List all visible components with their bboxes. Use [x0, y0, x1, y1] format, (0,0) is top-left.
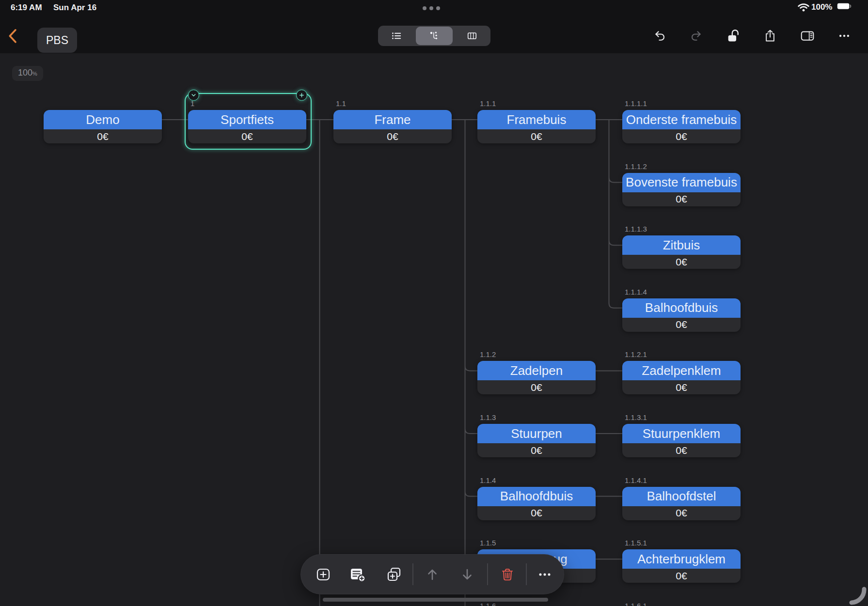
add-note-button[interactable] — [344, 554, 371, 594]
view-mode-segmented-control — [378, 26, 490, 46]
tree-node-stuurpenklem[interactable]: Stuurpenklem0€ — [622, 424, 741, 457]
zoom-level-badge[interactable]: 100% — [12, 66, 43, 81]
status-time: 6:19 AM — [11, 3, 42, 13]
undo-icon — [654, 29, 667, 43]
toolbar-divider — [487, 563, 488, 585]
node-value: 0€ — [622, 506, 741, 520]
tree-node-zadelpenklem[interactable]: Zadelpenklem0€ — [622, 361, 741, 394]
view-mode-columns-view[interactable] — [454, 26, 490, 46]
node-number-node-1161: 1.1.6.1 — [625, 602, 647, 606]
node-value: 0€ — [622, 380, 741, 394]
multitask-indicator[interactable] — [423, 6, 440, 10]
node-number-bovenste-framebuis: 1.1.1.2 — [625, 162, 647, 171]
arrow-down-icon — [459, 567, 475, 582]
node-value: 0€ — [44, 129, 162, 143]
redo-button — [685, 25, 706, 47]
battery-icon — [837, 3, 852, 10]
ellipsis-icon — [837, 29, 851, 43]
node-title: Onderste framebuis — [622, 110, 741, 129]
arrow-up-icon — [425, 567, 440, 582]
node-title: Framebuis — [477, 110, 596, 129]
tree-node-framebuis[interactable]: Framebuis0€ — [477, 110, 596, 143]
node-number-zadelpenklem: 1.1.2.1 — [625, 350, 647, 358]
tree-node-bovenste-framebuis[interactable]: Bovenste framebuis0€ — [622, 173, 741, 206]
node-value: 0€ — [622, 569, 741, 583]
plus-square-icon — [316, 567, 331, 582]
tree-node-zitbuis[interactable]: Zitbuis0€ — [622, 235, 741, 269]
corner-scroll-indicator — [843, 581, 868, 606]
node-number-framebuis: 1.1.1 — [480, 99, 496, 108]
node-value: 0€ — [333, 129, 452, 143]
tree-node-onderste-framebuis[interactable]: Onderste framebuis0€ — [622, 110, 741, 143]
tree-node-balhoofdbuis-a[interactable]: Balhoofdbuis0€ — [622, 298, 741, 332]
node-value: 0€ — [477, 443, 596, 457]
node-title: Demo — [44, 110, 162, 129]
node-title: Stuurpen — [477, 424, 596, 443]
tree-node-demo[interactable]: Demo0€ — [44, 110, 162, 143]
tree-node-zadelpen[interactable]: Zadelpen0€ — [477, 361, 596, 394]
add-node-button[interactable] — [310, 554, 337, 594]
node-number-balhoofdstel: 1.1.4.1 — [625, 476, 647, 484]
sidebar-button[interactable] — [797, 25, 818, 47]
wifi-icon — [798, 3, 809, 12]
tree-node-stuurpen[interactable]: Stuurpen0€ — [477, 424, 596, 457]
chevron-down-icon — [190, 92, 197, 99]
redo-icon — [689, 29, 702, 43]
view-mode-list-view[interactable] — [378, 26, 415, 46]
note-plus-icon — [349, 566, 366, 583]
node-title: Balhoofdbuis — [622, 298, 741, 318]
node-value: 0€ — [622, 129, 741, 143]
move-down-button — [454, 554, 481, 594]
zoom-unit: % — [32, 71, 37, 77]
tree-node-balhoofdstel[interactable]: Balhoofdstel0€ — [622, 487, 741, 520]
more-button[interactable] — [531, 554, 558, 594]
more-button[interactable] — [834, 25, 855, 47]
node-title: Zadelpenklem — [622, 361, 741, 380]
node-value: 0€ — [477, 380, 596, 394]
tree-icon — [428, 30, 440, 42]
node-value: 0€ — [477, 129, 596, 143]
share-icon — [763, 29, 777, 43]
view-mode-tree-view[interactable] — [416, 27, 453, 45]
toolbar-divider — [526, 563, 527, 585]
move-up-button — [419, 554, 446, 594]
node-value: 0€ — [622, 192, 741, 206]
node-number-stuurpen: 1.1.3 — [480, 413, 496, 421]
plus-icon — [298, 92, 305, 99]
status-date: Sun Apr 16 — [53, 3, 96, 13]
delete-button[interactable] — [494, 554, 521, 594]
horizontal-scrollbar[interactable] — [323, 598, 548, 602]
pbs-tree-canvas[interactable]: Demo0€1Sportfiets0€1.1Frame0€1.1.1Frameb… — [0, 0, 868, 606]
collapse-handle[interactable] — [188, 90, 199, 101]
sidebar-right-icon — [800, 29, 815, 43]
battery-percent: 100% — [811, 2, 832, 12]
node-number-zadelpen: 1.1.2 — [480, 350, 496, 358]
selection-outline — [185, 93, 312, 150]
back-button[interactable] — [6, 27, 23, 48]
node-number-onderste-framebuis: 1.1.1.1 — [625, 99, 647, 108]
tree-node-frame[interactable]: Frame0€ — [333, 110, 452, 143]
tree-node-balhoofdbuis-b[interactable]: Balhoofdbuis0€ — [477, 487, 596, 520]
node-title: Frame — [333, 110, 452, 129]
ellipsis-icon — [537, 567, 552, 582]
node-title: Zitbuis — [622, 235, 741, 255]
share-button[interactable] — [759, 25, 781, 47]
node-title: Zadelpen — [477, 361, 596, 380]
undo-button[interactable] — [650, 25, 671, 47]
node-number-achterbrugklem: 1.1.5.1 — [625, 539, 647, 547]
unlock-button[interactable] — [723, 25, 744, 47]
node-title: Achterbrugklem — [622, 549, 741, 569]
back-chevron-icon — [6, 27, 20, 45]
add-child-handle[interactable] — [296, 90, 307, 101]
node-title: Balhoofdstel — [622, 487, 741, 506]
document-title-button[interactable]: PBS — [37, 28, 77, 53]
wifi-icon — [798, 3, 809, 12]
node-title: Stuurpenklem — [622, 424, 741, 443]
lock-open-icon — [726, 29, 742, 43]
tree-node-achterbrugklem[interactable]: Achterbrugklem0€ — [622, 549, 741, 583]
battery-icon — [837, 3, 852, 10]
duplicate-button[interactable] — [380, 554, 408, 594]
node-number-achterbrug: 1.1.5 — [480, 539, 496, 547]
node-value: 0€ — [477, 506, 596, 520]
trash-icon — [500, 567, 515, 582]
